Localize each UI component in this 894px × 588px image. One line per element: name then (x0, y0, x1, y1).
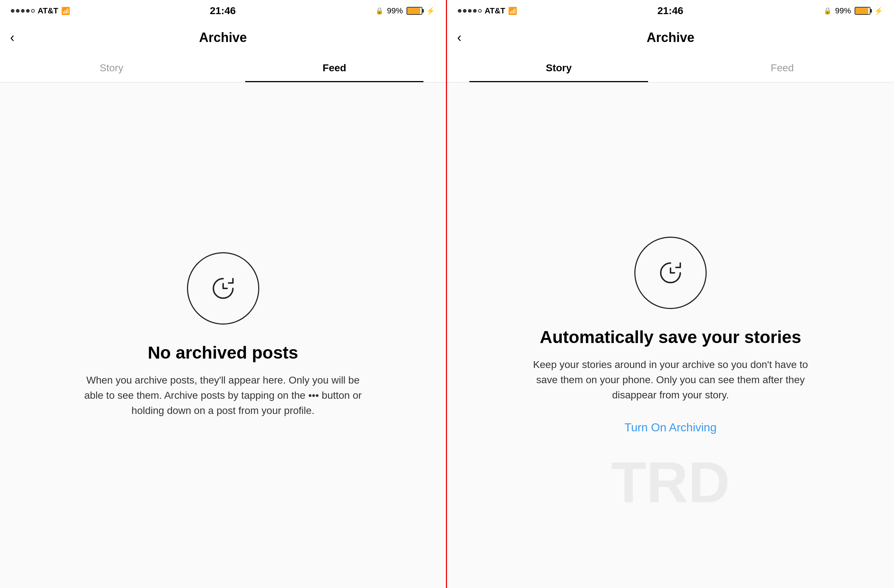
battery-fill-right (855, 8, 868, 14)
save-stories-desc: Keep your stories around in your archive… (526, 357, 815, 403)
turn-on-archiving-button[interactable]: Turn On Archiving (625, 421, 717, 434)
back-button-left[interactable]: ‹ (10, 30, 15, 45)
battery-pct-left: 99% (387, 6, 403, 15)
signal-dot-r5 (478, 9, 482, 13)
no-posts-title: No archived posts (148, 343, 298, 363)
tab-feed-right[interactable]: Feed (670, 54, 894, 82)
tab-bar-left: Story Feed (0, 54, 446, 83)
signal-dot-3 (21, 9, 24, 13)
wifi-icon-left: 📶 (61, 6, 70, 15)
charging-icon-left: ⚡ (426, 6, 435, 15)
tab-feed-left[interactable]: Feed (223, 54, 446, 82)
battery-fill-left (407, 8, 420, 14)
content-right: TRD Automatically save your stories Keep… (447, 83, 894, 588)
back-button-right[interactable]: ‹ (457, 30, 462, 45)
signal-dot-2 (16, 9, 20, 13)
nav-title-left: Archive (199, 30, 247, 45)
signal-dot-r4 (473, 9, 477, 13)
archive-icon-left (187, 252, 259, 325)
wifi-icon-right: 📶 (508, 6, 517, 15)
tab-bar-right: Story Feed (447, 54, 894, 83)
signal-dot-5 (31, 9, 35, 13)
archive-icon-right (634, 237, 707, 309)
status-right-right: 🔒 99% ⚡ (823, 6, 883, 15)
tab-story-right[interactable]: Story (447, 54, 670, 82)
status-bar-left: AT&T 📶 21:46 🔒 99% ⚡ (0, 0, 446, 22)
status-left: AT&T 📶 (11, 6, 70, 15)
battery-left: ⚡ (406, 6, 435, 15)
carrier-left: AT&T (38, 6, 58, 15)
charging-icon-right: ⚡ (874, 6, 883, 15)
signal-dots-right (458, 9, 482, 13)
nav-bar-left: ‹ Archive (0, 22, 446, 54)
signal-dot-1 (11, 9, 15, 13)
battery-body-left (406, 7, 423, 15)
signal-dots (11, 9, 35, 13)
left-screen: AT&T 📶 21:46 🔒 99% ⚡ ‹ Archive Story Fee… (0, 0, 447, 588)
carrier-right: AT&T (485, 6, 505, 15)
save-stories-title: Automatically save your stories (540, 327, 802, 347)
status-bar-right: AT&T 📶 21:46 🔒 99% ⚡ (447, 0, 894, 22)
battery-body-right (855, 7, 870, 15)
signal-dot-r3 (468, 9, 471, 13)
status-left-right: AT&T 📶 (458, 6, 517, 15)
nav-title-right: Archive (646, 30, 695, 45)
signal-dot-4 (26, 9, 30, 13)
watermark: TRD (611, 449, 730, 515)
time-right: 21:46 (657, 5, 684, 17)
right-screen: AT&T 📶 21:46 🔒 99% ⚡ ‹ Archive Story Fee… (447, 0, 894, 588)
nav-bar-right: ‹ Archive (447, 22, 894, 54)
content-left: No archived posts When you archive posts… (0, 83, 446, 588)
signal-dot-r1 (458, 9, 462, 13)
lock-icon-right: 🔒 (823, 7, 831, 15)
signal-dot-r2 (463, 9, 467, 13)
lock-icon-left: 🔒 (375, 7, 384, 15)
time-left: 21:46 (210, 5, 236, 17)
status-right-left: 🔒 99% ⚡ (375, 6, 435, 15)
no-posts-desc: When you archive posts, they'll appear h… (79, 373, 368, 418)
battery-pct-right: 99% (835, 6, 851, 15)
battery-right: ⚡ (855, 6, 883, 15)
tab-story-left[interactable]: Story (0, 54, 223, 82)
